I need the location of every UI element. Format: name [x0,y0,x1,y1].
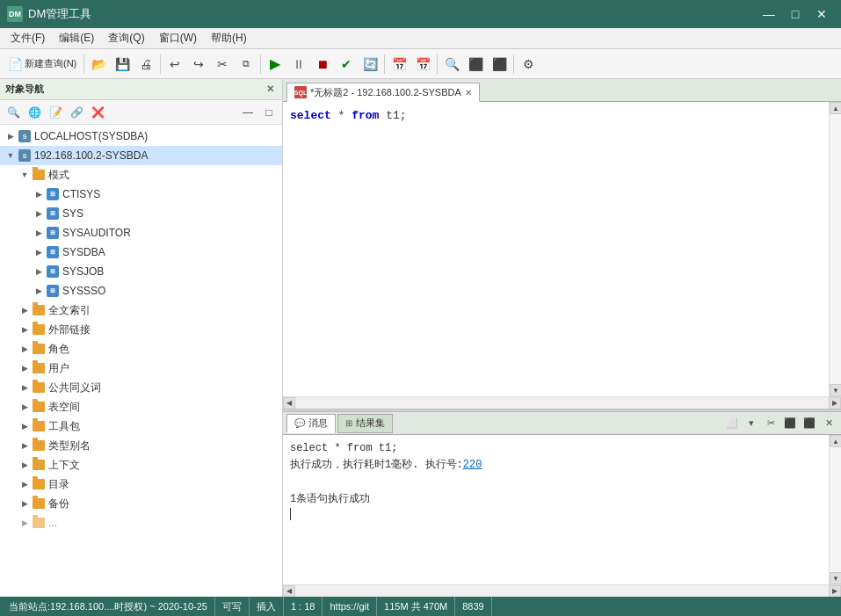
tree-item-context[interactable]: ▶ 上下文 [0,455,282,475]
tree-item-sysjob[interactable]: ▶ ⊞ SYSJOB [0,262,282,281]
scroll-down-button[interactable]: ▼ [830,384,841,396]
toggle-sysdba[interactable]: ▶ [32,245,46,259]
tree-item-fulltext[interactable]: ▶ 全文索引 [0,301,282,320]
result-action-dropdown[interactable]: ▾ [743,415,760,432]
nav-link-button[interactable]: 🔗 [67,103,86,122]
tree-item-more[interactable]: ▶ ... [0,513,282,533]
tree-item-schema-folder[interactable]: ▼ 模式 [0,165,282,185]
settings-toolbar-button[interactable]: ⚙ [517,53,540,76]
close-button[interactable]: ✕ [809,4,834,24]
toggle-schema-folder[interactable]: ▼ [18,168,32,182]
toggle-localhost[interactable]: ▶ [4,129,18,143]
tab-results[interactable]: ⊞ 结果集 [337,414,393,433]
execution-number-link[interactable]: 220 [463,459,482,471]
tree-item-sysdba[interactable]: ▶ ⊞ SYSDBA [0,243,282,262]
toggle-ctisys[interactable]: ▶ [32,187,46,201]
tree-item-sysauditor[interactable]: ▶ ⊞ SYSAUDITOR [0,223,282,243]
result-action-btn2[interactable]: ⬛ [801,415,818,432]
nav-panel-close[interactable]: ✕ [263,83,277,97]
toggle-remote[interactable]: ▼ [4,149,18,163]
tree-item-role[interactable]: ▶ 角色 [0,339,282,359]
editor-tab-1[interactable]: SQL *无标题2 - 192.168.100.2-SYSBDA ✕ [286,83,480,102]
nav-refresh-button[interactable]: 🌐 [25,103,44,122]
toggle-role[interactable]: ▶ [18,342,32,356]
nav-delete-button[interactable]: ❌ [88,103,107,122]
msg-scroll-left[interactable]: ◀ [283,585,295,598]
tab-messages[interactable]: 💬 消息 [286,414,336,433]
scroll-up-button[interactable]: ▲ [830,102,841,114]
scroll-left-button[interactable]: ◀ [283,397,295,409]
tree-item-catalog[interactable]: ▶ 目录 [0,475,282,494]
result-action-cut[interactable]: ✂ [762,415,779,432]
nav-minimize-button[interactable]: — [238,103,257,122]
tree-item-backup[interactable]: ▶ 备份 [0,494,282,513]
tree-item-user[interactable]: ▶ 用户 [0,359,282,378]
toggle-more[interactable]: ▶ [18,516,32,530]
toggle-sysauditor[interactable]: ▶ [32,226,46,240]
sql-editor[interactable]: select * from t1; [283,102,829,396]
calendar-button-2[interactable]: 📅 [411,53,434,76]
msg-scroll-down[interactable]: ▼ [830,572,841,584]
commit-button[interactable]: ✔ [335,53,358,76]
toolbar-btn-6[interactable]: ⬛ [464,53,487,76]
scroll-right-button[interactable]: ▶ [829,397,841,409]
tree-item-toolkit[interactable]: ▶ 工具包 [0,417,282,436]
toggle-sys[interactable]: ▶ [32,207,46,221]
stop-button[interactable]: ⏹ [311,53,334,76]
menu-query[interactable]: 查询(Q) [101,29,151,47]
execute-button[interactable]: ▶ [264,53,286,76]
restore-button[interactable]: □ [783,4,808,24]
tree-item-sys[interactable]: ▶ ⊞ SYS [0,204,282,223]
toggle-external[interactable]: ▶ [18,322,32,337]
menu-file[interactable]: 文件(F) [4,29,52,47]
tree-item-tablespace[interactable]: ▶ 表空间 [0,397,282,417]
open-button[interactable]: 📂 [87,53,110,76]
menu-window[interactable]: 窗口(W) [152,29,204,47]
redo-button[interactable]: ↪ [187,53,210,76]
result-panel-close[interactable]: ✕ [820,415,837,432]
cut-button[interactable]: ✂ [211,53,234,76]
new-query-button[interactable]: 📄 新建查询(N) [4,53,81,76]
tree-item-syssso[interactable]: ▶ ⊞ SYSSSO [0,281,282,301]
save-button[interactable]: 💾 [111,53,134,76]
toolbar-btn-7[interactable]: ⬛ [488,53,511,76]
search-toolbar-button[interactable]: 🔍 [440,53,463,76]
minimize-button[interactable]: — [757,4,781,24]
tree-item-localhost[interactable]: ▶ S LOCALHOST(SYSDBA) [0,127,282,146]
toggle-user[interactable]: ▶ [18,361,32,375]
tree-item-remote[interactable]: ▼ S 192.168.100.2-SYSBDA [0,146,282,165]
msg-scroll-up[interactable]: ▲ [830,435,841,447]
print-button[interactable]: 🖨 [134,53,157,76]
menu-edit[interactable]: 编辑(E) [52,29,101,47]
editor-tab-close[interactable]: ✕ [465,88,472,98]
nav-restore-button[interactable]: □ [259,103,279,122]
toggle-catalog[interactable]: ▶ [18,477,32,491]
tree-item-ctisys[interactable]: ▶ ⊞ CTISYS [0,185,282,204]
copy-button[interactable]: ⧉ [235,53,257,76]
tree-item-external[interactable]: ▶ 外部链接 [0,320,282,339]
msg-scroll-right[interactable]: ▶ [829,585,841,598]
calendar-button-1[interactable]: 📅 [388,53,410,76]
toggle-tablespace[interactable]: ▶ [18,400,32,414]
toggle-backup[interactable]: ▶ [18,496,32,511]
nav-edit-button[interactable]: 📝 [46,103,65,122]
result-action-split[interactable]: ⬜ [723,415,741,432]
toolbar-separator-2 [160,54,161,74]
toggle-fulltext[interactable]: ▶ [18,303,32,317]
pause-button[interactable]: ⏸ [287,53,310,76]
nav-search-button[interactable]: 🔍 [4,103,23,122]
right-panel: SQL *无标题2 - 192.168.100.2-SYSBDA ✕ selec… [283,79,841,597]
toggle-typealias[interactable]: ▶ [18,438,32,453]
rollback-button[interactable]: 🔄 [359,53,381,76]
toggle-context[interactable]: ▶ [18,458,32,472]
toggle-synonym[interactable]: ▶ [18,380,32,395]
toggle-toolkit[interactable]: ▶ [18,419,32,433]
undo-button[interactable]: ↩ [163,53,186,76]
toggle-syssso[interactable]: ▶ [32,284,46,298]
message-area[interactable]: select * from t1; 执行成功，执行耗时1毫秒. 执行号:220 … [283,435,829,584]
result-action-btn1[interactable]: ⬛ [781,415,799,432]
tree-item-typealias[interactable]: ▶ 类型别名 [0,436,282,455]
menu-help[interactable]: 帮助(H) [204,29,254,47]
toggle-sysjob[interactable]: ▶ [32,265,46,279]
tree-item-synonym[interactable]: ▶ 公共同义词 [0,378,282,397]
